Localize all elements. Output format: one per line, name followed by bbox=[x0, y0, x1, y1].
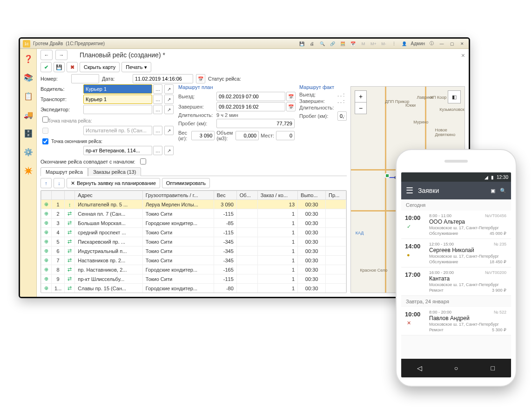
transport-input[interactable] bbox=[83, 95, 152, 104]
transport-open-icon[interactable]: ↗ bbox=[164, 95, 174, 104]
link-icon[interactable]: 🔗 bbox=[329, 40, 337, 48]
driver-input[interactable] bbox=[83, 84, 152, 94]
scan-icon[interactable]: ▣ bbox=[491, 188, 495, 194]
map-zoom-in-button[interactable]: + bbox=[355, 90, 367, 103]
sidebar-settings-icon[interactable]: ⚙️ bbox=[22, 146, 34, 158]
cancel-button[interactable]: ✖ bbox=[67, 62, 78, 72]
ok-button[interactable]: ✔ bbox=[40, 62, 52, 72]
plan-finish-cal-icon[interactable]: 📅 bbox=[286, 102, 296, 111]
table-row[interactable]: ⊕6⇄Индустриальный п...Токио Сити-345100:… bbox=[41, 246, 346, 256]
save-icon[interactable]: 💾 bbox=[298, 40, 306, 48]
nav-back-button[interactable]: ← bbox=[40, 50, 53, 60]
print-button[interactable]: Печать ▾ bbox=[121, 62, 151, 72]
table-row[interactable]: ⊕7⇄Наставников пр. 2...Токио Сити-345100… bbox=[41, 256, 346, 265]
map-layers-icon[interactable]: ◧ bbox=[448, 90, 461, 103]
startpoint-open-icon[interactable]: ↗ bbox=[164, 126, 174, 135]
date-picker-icon[interactable]: 📅 bbox=[196, 74, 205, 83]
map-zoom-out-button[interactable]: − bbox=[355, 102, 367, 114]
page-close-icon[interactable]: × bbox=[461, 52, 465, 59]
sidebar-books-icon[interactable]: 📚 bbox=[22, 71, 34, 83]
col-2[interactable] bbox=[65, 191, 75, 200]
close-icon[interactable]: ✕ bbox=[458, 40, 466, 48]
nav-back-icon[interactable]: ◁ bbox=[414, 362, 425, 374]
table-row[interactable]: ⊕1...⇄Славы пр. 15 (Сан...Городские конд… bbox=[41, 284, 346, 293]
col-1[interactable] bbox=[52, 191, 65, 200]
search-icon[interactable]: 🔍 bbox=[319, 40, 326, 48]
forwarder-open-icon[interactable]: ↗ bbox=[164, 105, 174, 114]
task-card[interactable]: 10:00✓№VT004568:00 - 11:00ООО АльтераМос… bbox=[401, 211, 511, 239]
forwarder-more-icon[interactable]: … bbox=[153, 105, 162, 114]
date-input[interactable] bbox=[133, 74, 193, 83]
endpoint-more-icon[interactable]: … bbox=[153, 146, 162, 155]
help-icon[interactable]: ⓘ bbox=[428, 40, 435, 48]
startpoint-more-icon[interactable]: … bbox=[153, 126, 162, 135]
col-9[interactable]: Пр... bbox=[326, 191, 346, 200]
col-0[interactable] bbox=[41, 191, 52, 200]
col-6[interactable]: Об... bbox=[236, 191, 257, 200]
seats-input[interactable] bbox=[276, 131, 295, 140]
plan-depart-cal-icon[interactable]: 📅 bbox=[286, 92, 296, 101]
col-8[interactable]: Выпо... bbox=[298, 191, 326, 200]
table-row[interactable]: ⊕2⇄Сенная пл. 7 (Сан...Токио Сити-115100… bbox=[41, 209, 346, 219]
tab-route[interactable]: Маршрут рейса bbox=[40, 167, 88, 176]
menu-icon[interactable]: ☰ bbox=[406, 185, 413, 196]
sidebar-misc-icon[interactable]: ✴️ bbox=[22, 164, 34, 177]
print-icon[interactable]: 🖨 bbox=[309, 40, 316, 48]
col-5[interactable]: Вес bbox=[214, 191, 236, 200]
number-input[interactable] bbox=[71, 74, 99, 83]
sidebar-tasks-icon[interactable]: 📋 bbox=[22, 90, 34, 102]
endpoint-input[interactable] bbox=[83, 146, 152, 155]
zoom-mplus-icon[interactable]: M+ bbox=[370, 40, 377, 48]
task-card[interactable]: 17:00№VT0020016:00 - 20:00КантатаМосковс… bbox=[401, 267, 511, 296]
search-icon[interactable]: 🔍 bbox=[500, 188, 506, 194]
col-3[interactable]: Адрес bbox=[75, 191, 142, 200]
forwarder-input[interactable] bbox=[83, 105, 152, 114]
table-row[interactable]: ⊕3⇄Большая Морская...Городские кондитер.… bbox=[41, 219, 346, 228]
task-card[interactable]: 10:00✕№ 5228:00 - 20:00Павлов АндрейМоск… bbox=[401, 307, 511, 335]
plan-finish-input[interactable] bbox=[216, 102, 285, 111]
endpoint-check[interactable] bbox=[42, 138, 48, 144]
weight-input[interactable] bbox=[191, 131, 215, 140]
table-row[interactable]: ⊕4⇄средний проспект ...Токио Сити-115100… bbox=[41, 228, 346, 237]
sidebar-help-icon[interactable]: ❓ bbox=[22, 53, 34, 65]
sidebar-truck-icon[interactable]: 🚚 bbox=[22, 109, 34, 121]
minimize-icon[interactable]: — bbox=[438, 40, 445, 48]
col-4[interactable]: Грузоотправитель / г... bbox=[142, 191, 214, 200]
sidebar-db-icon[interactable]: 🗄️ bbox=[22, 127, 34, 139]
calc-icon[interactable]: 🧮 bbox=[339, 40, 347, 48]
table-row[interactable]: ⊕8⇄пр. Наставников, 2...Городские кондит… bbox=[41, 265, 346, 274]
calendar-icon[interactable]: 📅 bbox=[350, 40, 357, 48]
col-7[interactable]: Заказ / ко... bbox=[257, 191, 297, 200]
fact-mileage-input[interactable] bbox=[337, 111, 347, 121]
transport-more-icon[interactable]: … bbox=[153, 95, 162, 104]
task-card[interactable]: 14:00●№ 23512:00 - 15:00Сергеев НиколайМ… bbox=[401, 239, 511, 267]
zoom-m-icon[interactable]: M bbox=[360, 40, 367, 48]
maximize-icon[interactable]: ▢ bbox=[448, 40, 456, 48]
endpoint-open-icon[interactable]: ↗ bbox=[164, 146, 174, 155]
move-up-button[interactable]: ↑ bbox=[40, 178, 52, 188]
driver-open-icon[interactable]: ↗ bbox=[164, 84, 174, 94]
fact-depart-label: Выезд: bbox=[299, 92, 337, 97]
save-button[interactable]: 💾 bbox=[54, 62, 65, 72]
volume-input[interactable] bbox=[236, 131, 259, 140]
move-down-button[interactable]: ↓ bbox=[54, 178, 65, 188]
end-equals-start-check[interactable] bbox=[140, 158, 146, 164]
card-status-icon: ● bbox=[407, 252, 410, 258]
route-table[interactable]: АдресГрузоотправитель / г...ВесОб...Зака… bbox=[40, 190, 347, 293]
table-row[interactable]: ⊕5⇄Пискаревский пр. ...Токио Сити-345100… bbox=[41, 237, 346, 246]
hide-map-button[interactable]: Скрыть карту bbox=[80, 62, 120, 72]
table-row[interactable]: ⊕1⇄Будапештская ул...Токио Сити-345 bbox=[41, 293, 346, 294]
plan-mileage-input[interactable] bbox=[216, 119, 295, 128]
table-row[interactable]: ⊕9⇄пр-кт Шлиссельбу...Токио Сити-115100:… bbox=[41, 274, 346, 284]
tab-orders[interactable]: Заказы рейса (13) bbox=[88, 167, 141, 176]
table-row[interactable]: ⊕1↕Испытателей пр. 5 ...Леруа Мерлен Исп… bbox=[41, 200, 346, 209]
optimize-button[interactable]: Оптимизировать bbox=[162, 178, 210, 188]
nav-home-icon[interactable]: ○ bbox=[451, 362, 462, 374]
nav-forward-button[interactable]: → bbox=[55, 50, 67, 60]
return-button[interactable]: ✕ Вернуть заявку на планирование bbox=[67, 178, 160, 188]
zoom-mminus-icon[interactable]: M- bbox=[380, 40, 388, 48]
startpoint-input[interactable] bbox=[83, 126, 152, 135]
plan-depart-input[interactable] bbox=[216, 92, 285, 101]
nav-recent-icon[interactable]: □ bbox=[487, 362, 498, 374]
driver-more-icon[interactable]: … bbox=[153, 84, 162, 94]
